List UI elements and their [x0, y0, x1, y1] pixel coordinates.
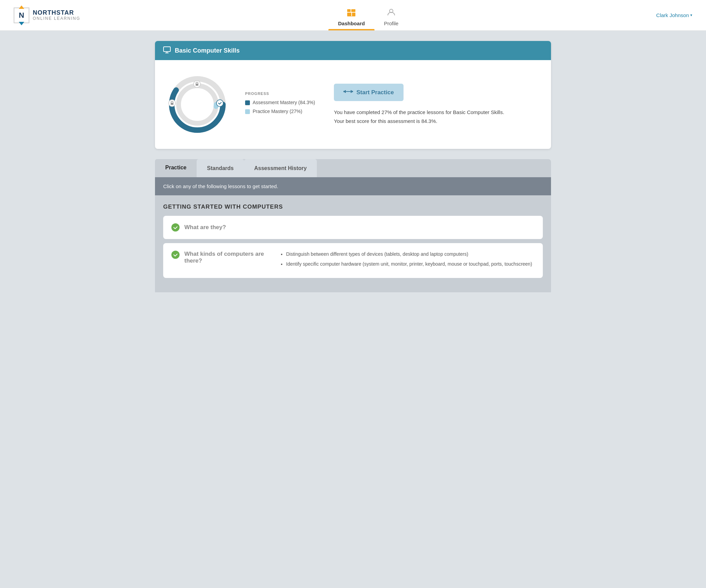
practice-content: Click on any of the following lessons to… — [155, 177, 551, 292]
svg-point-9 — [179, 86, 216, 123]
user-name: Clark Johnson — [656, 12, 689, 18]
progress-text-line2: Your best score for this assessment is 8… — [334, 117, 543, 126]
lesson-2-title: What kinds of computers are there? — [184, 251, 264, 264]
legend-title: PROGRESS — [245, 92, 320, 96]
lesson-2-bullet-2: Identify specific computer hardware (sys… — [286, 261, 532, 268]
logo-northstar-text: NORTHSTAR — [33, 10, 80, 16]
svg-rect-1 — [351, 9, 355, 12]
tabs-area: Practice Standards Assessment History Cl… — [155, 159, 551, 292]
tab-standards[interactable]: Standards — [197, 159, 244, 177]
skills-title: Basic Computer Skills — [175, 47, 240, 54]
skills-body: PROGRESS Assessment Mastery (84.3%) Prac… — [155, 60, 551, 149]
section-title: GETTING STARTED WITH COMPUTERS — [155, 204, 551, 210]
lesson-card-1[interactable]: What are they? — [163, 216, 543, 239]
svg-rect-16 — [343, 91, 345, 92]
start-practice-label: Start Practice — [356, 89, 394, 96]
logo-area: N NORTHSTAR ONLINE LEARNING — [14, 8, 80, 23]
barbell-icon — [343, 88, 353, 96]
legend-assessment-label: Assessment Mastery (84.3%) — [253, 100, 315, 105]
main-nav: Dashboard Profile — [80, 0, 656, 30]
tab-practice[interactable]: Practice — [155, 159, 197, 177]
lesson-card-2[interactable]: What kinds of computers are there? Disti… — [163, 243, 543, 278]
logo-diamond-top-icon — [19, 5, 24, 9]
progress-text-line1: You have completed 27% of the practice l… — [334, 108, 543, 117]
svg-rect-17 — [345, 90, 346, 93]
user-chevron-icon: ▾ — [690, 13, 692, 17]
logo-online-text: ONLINE LEARNING — [33, 16, 80, 21]
svg-rect-12 — [196, 84, 198, 86]
main-content: Basic Computer Skills — [148, 41, 558, 292]
logo-text: NORTHSTAR ONLINE LEARNING — [33, 10, 80, 21]
instruction-text: Click on any of the following lessons to… — [163, 183, 278, 189]
logo-n-letter: N — [19, 11, 24, 20]
legend-assessment-color — [245, 100, 250, 105]
dashboard-icon — [347, 9, 356, 18]
lesson-2-left: What kinds of computers are there? — [184, 251, 266, 270]
legend-practice: Practice Mastery (27%) — [245, 109, 320, 114]
svg-rect-0 — [347, 9, 351, 12]
skills-card: Basic Computer Skills — [155, 41, 551, 149]
tabs-row: Practice Standards Assessment History — [155, 159, 551, 177]
lesson-2-check-icon — [171, 251, 180, 259]
lesson-2-body: What kinds of computers are there? Disti… — [184, 251, 535, 270]
profile-icon — [387, 8, 395, 18]
svg-rect-3 — [352, 13, 355, 16]
legend-practice-label: Practice Mastery (27%) — [253, 109, 302, 114]
nav-profile-label: Profile — [384, 20, 399, 26]
logo-diamond-bottom-icon — [19, 22, 24, 25]
svg-rect-14 — [171, 103, 173, 105]
legend-area: PROGRESS Assessment Mastery (84.3%) Prac… — [245, 92, 320, 117]
lesson-2-bullet-1: Distinguish between different types of d… — [286, 251, 532, 258]
svg-rect-4 — [347, 16, 355, 16]
svg-rect-18 — [346, 91, 351, 92]
nav-profile[interactable]: Profile — [375, 0, 408, 30]
instruction-bar: Click on any of the following lessons to… — [155, 177, 551, 195]
nav-dashboard-label: Dashboard — [338, 20, 365, 26]
logo-box: N — [14, 8, 29, 23]
start-practice-button[interactable]: Start Practice — [334, 84, 404, 101]
svg-point-15 — [216, 100, 223, 107]
svg-rect-20 — [352, 91, 353, 92]
svg-rect-6 — [164, 47, 170, 52]
tab-assessment-history[interactable]: Assessment History — [244, 159, 317, 177]
legend-practice-color — [245, 109, 250, 114]
lesson-2-right: Distinguish between different types of d… — [280, 251, 532, 270]
lesson-1-title: What are they? — [184, 224, 226, 231]
lesson-1-check-icon — [171, 223, 180, 232]
legend-assessment: Assessment Mastery (84.3%) — [245, 100, 320, 105]
user-menu[interactable]: Clark Johnson ▾ — [656, 12, 692, 18]
action-area: Start Practice You have completed 27% of… — [334, 84, 543, 125]
monitor-icon — [163, 46, 171, 55]
svg-rect-19 — [351, 90, 352, 93]
svg-rect-2 — [347, 13, 351, 16]
skills-card-header: Basic Computer Skills — [155, 41, 551, 60]
nav-dashboard[interactable]: Dashboard — [328, 0, 374, 30]
header: N NORTHSTAR ONLINE LEARNING Dashboard — [0, 0, 706, 31]
donut-chart — [163, 70, 231, 139]
